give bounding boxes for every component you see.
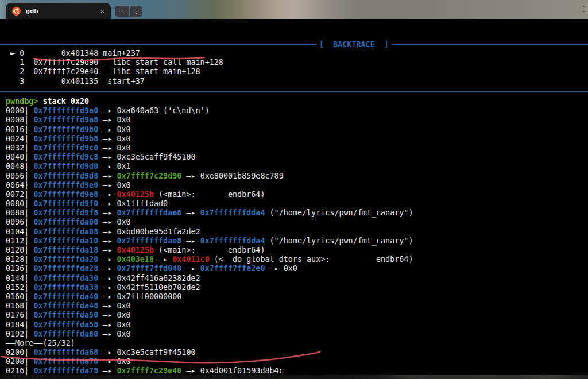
stack-row: 0096| 0x7fffffffda00 —▸ 0x0 (6, 218, 413, 227)
stack-row: 0024| 0x7fffffffd9b8 —▸ 0x0 (6, 134, 413, 144)
stack-row: 0192| 0x7fffffffda60 —▸ 0x0 (6, 330, 413, 339)
stack-row: 0072| 0x7fffffffd9e8 —▸ 0x40125b (<main>… (6, 190, 413, 199)
tab-title: gdb (26, 7, 38, 14)
stack-row: 0008| 0x7fffffffd9a8 —▸ 0x0 (6, 115, 413, 125)
stack-row: 0208| 0x7fffffffda70 —▸ 0x0 (6, 357, 413, 366)
stack-row: 0128| 0x7fffffffda20 —▸ 0x403e18 —▸ 0x40… (6, 255, 413, 264)
stack-row: 0048| 0x7fffffffd9d0 —▸ 0x1 (6, 162, 413, 171)
stack-row: 0016| 0x7fffffffd9b0 —▸ 0x0 (6, 125, 413, 134)
stack-output: pwndbg> stack 0x20 0000| 0x7fffffffd9a0 … (6, 97, 413, 379)
terminal-tab-bar: gdb × + ⌄ ▸▸ (0, 0, 588, 19)
stack-row: 0056| 0x7fffffffd9d8 —▸ 0x7ffff7c29d90 —… (6, 172, 413, 181)
backtrace-frame: 1 0x7ffff7c29d90 __libc_start_call_main+… (6, 58, 223, 67)
stack-row: 0040| 0x7fffffffd9c8 —▸ 0xc3e5caff9f4510… (6, 153, 413, 162)
stack-row: 0152| 0x7fffffffda38 —▸ 0x42ff5110eb702d… (6, 283, 413, 292)
stack-row: 0120| 0x7fffffffda18 —▸ 0x40125b (<main>… (6, 246, 413, 255)
stack-row: 0088| 0x7fffffffd9f8 —▸ 0x7fffffffdae8 —… (6, 208, 413, 218)
stack-row: 0032| 0x7fffffffd9c0 —▸ 0x0 (6, 144, 413, 153)
dock-edge (0, 375, 588, 379)
stack-row: 0144| 0x7fffffffda30 —▸ 0x42ff416a62382d… (6, 274, 413, 283)
stack-row: 0184| 0x7fffffffda58 —▸ 0x0 (6, 320, 413, 330)
prompt-line: pwndbg> stack 0x20 (6, 97, 413, 106)
ubuntu-logo-icon (12, 7, 21, 16)
tab-gdb[interactable]: gdb × (6, 3, 111, 19)
tab-close-icon[interactable]: × (100, 7, 105, 15)
stack-row: 0160| 0x7fffffffda40 —▸ 0x7fff00000000 (6, 292, 413, 301)
backtrace-frame: 2 0x7ffff7c29e40 __libc_start_main+128 (6, 67, 223, 76)
prompt-command: stack 0x20 (38, 97, 89, 106)
stack-rows: 0000| 0x7fffffffd9a0 —▸ 0xa640a63 ('c\nd… (6, 106, 413, 379)
backtrace-header: [ BACKTRACE ] (316, 40, 392, 49)
stack-row: 0168| 0x7fffffffda48 —▸ 0x0 (6, 301, 413, 311)
pwndbg-prompt: pwndbg> (6, 97, 38, 106)
stack-more-line: ——More——(25/32) (6, 339, 413, 348)
backtrace-frame: ► 0 0x401348 main+237 (6, 49, 223, 58)
stack-row: 0000| 0x7fffffffd9a0 —▸ 0xa640a63 ('c\nd… (6, 106, 413, 115)
new-tab-button[interactable]: + (115, 6, 129, 17)
tabbar-edge-chevrons-icon: ▸▸ (583, 3, 588, 16)
backtrace-frames: ► 0 0x401348 main+237 1 0x7ffff7c29d90 _… (6, 49, 223, 86)
stack-row: 0064| 0x7fffffffd9e0 —▸ 0x0 (6, 181, 413, 190)
stack-row: 0176| 0x7fffffffda50 —▸ 0x0 (6, 311, 413, 320)
backtrace-separator-line (0, 44, 588, 45)
tab-actions: + ⌄ (115, 6, 142, 17)
stack-row: 0200| 0x7fffffffda68 —▸ 0xc3e5caff9f4510… (6, 348, 413, 357)
tab-dropdown-button[interactable]: ⌄ (130, 6, 142, 17)
terminal-viewport[interactable]: [ BACKTRACE ] ► 0 0x401348 main+237 1 0x… (0, 19, 588, 379)
screen: gdb × + ⌄ ▸▸ [ BACKTRACE ] ► 0 0x401348 … (0, 0, 588, 379)
stack-row: 0104| 0x7fffffffda08 —▸ 0xbd00be95d1fa2d… (6, 227, 413, 237)
stack-row: 0136| 0x7fffffffda28 —▸ 0x7ffff7ffd040 —… (6, 264, 413, 273)
backtrace-frame: 3 0x401135 _start+37 (6, 77, 223, 86)
stack-row: 0080| 0x7fffffffd9f0 —▸ 0x1ffffdad0 (6, 199, 413, 208)
section-separator-line (0, 91, 588, 92)
stack-row: 0112| 0x7fffffffda10 —▸ 0x7fffffffdae8 —… (6, 237, 413, 246)
